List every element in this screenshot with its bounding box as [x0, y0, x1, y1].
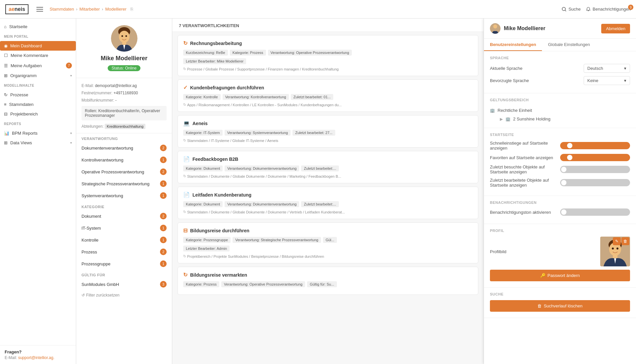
breadcrumb-mitarbeiter[interactable]: Mitarbeiter [80, 7, 100, 12]
settings-avatar [490, 23, 501, 34]
settings-user: Mike Modellierer [490, 23, 545, 34]
chevron-down-icon-bevorzugte: ▾ [624, 78, 626, 83]
breadcrumb-modellierer[interactable]: Modellierer [105, 7, 127, 12]
filter-item[interactable]: Dokument2 [76, 210, 172, 222]
app-wrapper: aeneis Stammdaten › Mitarbeiter › Modell… [0, 0, 636, 364]
filter-item[interactable]: Systemverantwortung1 [76, 190, 172, 202]
geltungsbereich-section: GELTUNGSBEREICH 🏢 Rechtliche Einheit ▶ 🏢… [484, 93, 636, 128]
settings-panel: Mike Modellierer Abmelden Benutzereinste… [484, 19, 636, 364]
benachrichtigungen-section: BENACHRICHTIGUNGEN Benachrichtigungston … [484, 196, 636, 224]
toggle-schnelleinstiege: Schnelleinstiege auf Startseite anzeigen [490, 141, 630, 151]
tab-benutzereinstellungen[interactable]: Benutzereinstellungen [484, 39, 542, 51]
bell-icon [586, 7, 591, 12]
search-button[interactable]: Suche [562, 7, 581, 12]
tab-global-einstellungen[interactable]: Globale Einstellungen [542, 39, 596, 51]
filter-item[interactable]: Operative Prozessverantwortung2 [76, 166, 172, 178]
breadcrumb: Stammdaten › Mitarbeiter › Modellierer ⎘ [50, 7, 562, 12]
chevron-down-icon: ▾ [70, 74, 72, 77]
responsibility-card-feedbackbogen[interactable]: 📄 Feedbackbogen B2B Kategorie: DokumentV… [178, 151, 478, 183]
roles-box: Rollen: Kreditorenbuchhalter/in, Operati… [81, 106, 167, 120]
bevorzugte-sprache-select[interactable]: Keine ▾ [584, 76, 630, 85]
home-icon: ⌂ [4, 24, 7, 29]
suchverlauf-button[interactable]: 🗑 Suchverlauf löschen [490, 300, 630, 312]
sidebar: ⌂ Startseite MEIN PORTAL ◉ Mein Dashboar… [0, 19, 76, 364]
profilbild-area: ✎ 🗑 [600, 237, 630, 266]
filter-reset-button[interactable]: ↺ Filter zurücksetzen [76, 290, 172, 300]
card-title-text: Bildungsreise durchführen [190, 228, 249, 233]
svg-point-15 [616, 248, 618, 250]
sidebar-item-bpm-reports[interactable]: 📊 BPM Reports ▾ [0, 128, 76, 138]
sidebar-item-stammdaten[interactable]: ≡ Stammdaten [0, 100, 76, 109]
kategorie-list: Dokument2IT-System1Kontrolle1Prozess2Pro… [76, 210, 172, 270]
sidebar-item-dashboard[interactable]: ◉ Mein Dashboard [0, 41, 76, 51]
settings-header: Mike Modellierer Abmelden [484, 19, 636, 39]
profilbild-row: Profilbild [490, 237, 630, 266]
card-icon: ⊟ [183, 227, 187, 234]
card-title-text: Aeneis [192, 121, 208, 126]
card-title-text: Kundenbefragungen durchführen [190, 85, 264, 90]
sidebar-item-prozesse[interactable]: ↻ Prozesse [0, 90, 76, 100]
filter-item[interactable]: Prozessgruppe1 [76, 258, 172, 270]
filter-item[interactable]: Prozess2 [76, 246, 172, 258]
hamburger-menu[interactable] [35, 6, 44, 13]
notif-badge: 9 [628, 5, 633, 10]
profilbild-actions: ✎ 🗑 [613, 237, 629, 245]
toggle-schnelleinstiege-control[interactable] [560, 142, 630, 149]
logout-button[interactable]: Abmelden [601, 24, 630, 33]
sidebar-item-kommentare[interactable]: ☐ Meine Kommentare [0, 51, 76, 60]
breadcrumb-stammdaten[interactable]: Stammdaten [50, 7, 74, 12]
sidebar-item-startseite[interactable]: ⌂ Startseite [0, 22, 76, 31]
filter-item[interactable]: Kontrollverantwortung1 [76, 154, 172, 166]
org-icon: ⊞ [4, 73, 8, 78]
card-title-text: Leitfaden Kundenberatung [192, 192, 251, 198]
profilbild-delete-button[interactable]: 🗑 [621, 237, 629, 245]
passwort-section: 🔑 Passwort ändern [490, 270, 630, 281]
sunshine-holding-item[interactable]: ▶ 🏢 2 Sunshine Holding [490, 115, 630, 123]
cards-container: ↻ Rechnungsbearbeitung Kurzbezeichnung: … [172, 35, 484, 295]
toggle-besucht-control[interactable] [560, 166, 630, 173]
profil-section: PROFIL Profilbild [484, 224, 636, 288]
svg-point-0 [562, 7, 565, 11]
profile-info: E-Mail: demoportal@intellior.ag Festnetz… [76, 78, 172, 133]
trash-icon: 🗑 [537, 303, 542, 308]
responsibility-card-leitfaden[interactable]: 📄 Leitfaden Kundenberatung Kategorie: Do… [178, 187, 478, 219]
responsibility-card-rechnungsbearbeitung[interactable]: ↻ Rechnungsbearbeitung Kurzbezeichnung: … [178, 35, 478, 76]
filter-item[interactable]: SunModules GmbH3 [76, 278, 172, 290]
toggle-benachrichtigungston-control[interactable] [560, 208, 630, 216]
sidebar-footer-email: E-Mail: support@intellior.ag. [5, 355, 71, 360]
filter-item[interactable]: Strategische Prozessverantwortung1 [76, 178, 172, 190]
dept-row: Abteilungen: Kreditorenbuchhaltung [81, 122, 167, 129]
passwort-button[interactable]: 🔑 Passwort ändern [490, 270, 630, 281]
aktuelle-sprache-select[interactable]: Deutsch ▾ [584, 64, 630, 73]
responsibility-card-kundenbefragungen[interactable]: ✓ Kundenbefragungen durchführen Kategori… [178, 79, 478, 112]
card-icon: ↻ [183, 272, 187, 278]
chevron-down-icon-bpm: ▾ [70, 131, 72, 135]
sprache-section: SPRACHE Aktuelle Sprache Deutsch ▾ Bevor… [484, 51, 636, 93]
settings-avatar-image [490, 23, 501, 34]
gueltig-title: GÜLTIG FÜR [76, 270, 172, 278]
sidebar-section-modellinhalte: MODELLINHALTE [0, 80, 76, 90]
search-icon [562, 7, 566, 12]
filter-item[interactable]: Dokumentenverantwortung2 [76, 142, 172, 154]
responsibility-card-bildungsreise-durchfuhren[interactable]: ⊟ Bildungsreise durchführen Kategorie: P… [178, 222, 478, 263]
process-icon: ↻ [4, 92, 8, 97]
notifications-button[interactable]: Benachrichtigungen 9 [586, 7, 631, 12]
responsibility-card-aeneis[interactable]: 💻 Aeneis Kategorie: IT-SystemVerantwortu… [178, 115, 478, 148]
sidebar-item-organigramm[interactable]: ⊞ Organigramm ▾ [0, 71, 76, 80]
svg-line-1 [565, 10, 566, 11]
svg-point-4 [119, 31, 130, 43]
filter-item[interactable]: IT-System1 [76, 222, 172, 234]
data-icon: ≡ [4, 102, 7, 107]
filter-item[interactable]: Kontrolle1 [76, 234, 172, 246]
startseite-section: STARTSEITE Schnelleinstiege auf Startsei… [484, 128, 636, 196]
profile-panel: Mike Modellierer Status: Online E-Mail: … [76, 19, 172, 364]
profilbild-edit-button[interactable]: ✎ [613, 237, 621, 245]
toggle-bearbeitet-control[interactable] [560, 179, 630, 186]
svg-point-6 [121, 35, 123, 37]
sidebar-item-aufgaben[interactable]: ☰ Meine Aufgaben 7 [0, 60, 76, 71]
toggle-favoriten-control[interactable] [560, 154, 630, 161]
responsibility-card-bildungsreise-vermarkten[interactable]: ↻ Bildungsreise vermarkten Kategorie: Pr… [178, 267, 478, 295]
svg-point-7 [125, 35, 127, 37]
sidebar-item-projektbereich[interactable]: ⊟ Projektbereich [0, 109, 76, 119]
sidebar-item-data-views[interactable]: ⊞ Data Views ▾ [0, 138, 76, 148]
